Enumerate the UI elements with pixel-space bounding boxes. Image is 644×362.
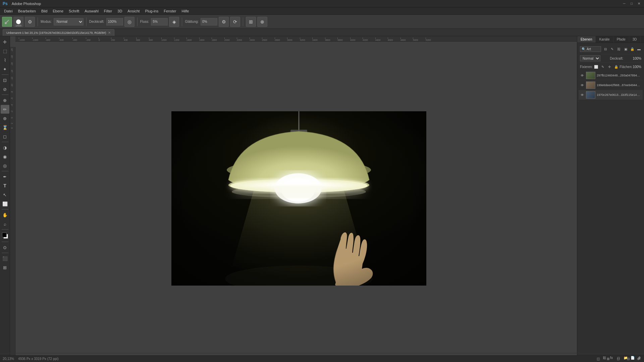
smoothing-input[interactable]: 0% [201,18,217,25]
symmetry-btn[interactable]: ⊞ [246,17,256,27]
layer-eye-2[interactable]: 👁 [580,83,585,87]
layers-search[interactable]: 🔍 Art [580,46,601,52]
panel-link-btn[interactable]: ⛓ [616,46,622,52]
hand-tool[interactable]: ✋ [1,210,9,219]
layer-mode-select[interactable]: Normal [580,55,600,61]
dodge-tool[interactable]: ◎ [1,161,9,170]
layer-item-3[interactable]: 👁 1970c267e0613...1b3f115e14179 [579,90,643,100]
layers-search-input[interactable]: Art [587,47,599,51]
new-group-btn[interactable]: 📁 [623,355,629,355]
gradient-tool[interactable]: ◑ [1,143,9,152]
panel-fill-btn[interactable]: ▬ [636,46,642,52]
flow-input[interactable]: 5% [151,18,168,25]
title-bar-left: Ps Adobe Photoshop [3,1,41,6]
link-layers-btn[interactable]: ⛓ [601,355,607,355]
left-sep-6 [2,229,8,230]
menu-item-ebene[interactable]: Ebene [50,7,66,15]
menu-item-plug-ins[interactable]: Plug-ins [142,7,161,15]
panel-mask-btn[interactable]: ▣ [623,46,629,52]
heal-tool[interactable]: ⊕ [1,96,9,105]
add-mask-btn[interactable]: ◻ [615,355,622,355]
mode-select[interactable]: Normal Multiplizieren Abdunkeln [54,18,84,25]
menu-item-bild[interactable]: Bild [39,7,50,15]
artboard-tool[interactable]: ⊞ [1,263,9,272]
ruler-mark: 1400 [186,39,192,41]
screen-mode-btn[interactable]: ⬛ [1,254,9,263]
angle-btn[interactable]: ⟳ [230,17,240,27]
svg-rect-12 [171,111,426,286]
menu-item-fenster[interactable]: Fenster [161,7,179,15]
menu-item-hilfe[interactable]: Hilfe [179,7,192,15]
menu-item-schrift[interactable]: Schrift [66,7,82,15]
tab-ebenen[interactable]: Ebenen [577,36,596,43]
settings-btn[interactable]: ⚙ [219,17,229,27]
history-tool[interactable]: ⌛ [1,123,9,132]
opacity-airbrush-btn[interactable]: ◎ [124,17,135,27]
left-sep-4 [2,171,8,171]
blur-tool[interactable]: ◉ [1,152,9,161]
doc-tab-close[interactable]: ✕ [108,31,111,35]
color-selector[interactable] [1,231,9,240]
close-button[interactable]: ✕ [637,1,641,6]
move-tool[interactable]: ✛ [1,38,9,46]
brush-options-button[interactable]: ⚙ [25,17,35,27]
minimize-button[interactable]: ─ [622,1,627,6]
lock-position-btn[interactable]: ✛ [606,64,612,70]
panel-edit-btn[interactable]: ✎ [609,46,615,52]
canvas-image[interactable] [171,111,426,286]
panel-lock-btn[interactable]: 🔒 [629,46,635,52]
fill-value[interactable]: 100% [633,65,641,69]
brush-tool[interactable]: ✏ [1,105,9,114]
quick-mask-tool[interactable]: ⊙ [1,243,9,252]
ruler-mark: 1200 [174,39,179,41]
layer-item-2[interactable]: 👁 199e6dee42f968...87ee94944802d [579,80,643,90]
panel-filter-btn[interactable]: ⊟ [602,46,608,52]
tab-3d[interactable]: 3D [629,36,641,43]
new-layer-btn[interactable]: 📄 [630,355,636,355]
zoom-tool[interactable]: ⌕ [1,220,9,228]
path-selection-tool[interactable]: ↖ [1,190,9,199]
magic-wand-tool[interactable]: ✦ [1,65,9,73]
maximize-button[interactable]: □ [629,1,634,6]
selection-tool[interactable]: ⬚ [1,47,9,55]
tab-kanaele[interactable]: Kanäle [596,36,613,43]
menu-item-3d[interactable]: 3D [115,7,125,15]
extra-btn[interactable]: ⊗ [257,17,267,27]
pen-tool[interactable]: ✒ [1,172,9,181]
crop-tool[interactable]: ⊡ [1,76,9,84]
ruler-mark: 2000 [224,39,230,41]
ruler-mark: 4000 [350,39,356,41]
eraser-tool[interactable]: ◻ [1,132,9,141]
tab-pfade[interactable]: Pfade [613,36,629,43]
opacity-input[interactable]: 100% [106,18,123,25]
shape-tool[interactable]: ⬜ [1,199,9,208]
ruler-mark: 4200 [363,39,368,41]
layer-eye-1[interactable]: 👁 [580,73,585,78]
title-bar-controls: ─ □ ✕ [622,1,641,6]
brush-size-control[interactable]: 1405 [13,17,23,27]
layers-mode-row: Normal Deckraft: 100% [579,54,643,63]
text-tool[interactable]: T [1,181,9,190]
ruler-v-marks: 4 2 0 -2 -4 -6 -8 -10 -12 -14 -16 -18 -2… [10,47,15,129]
canvas-scroll[interactable] [15,42,577,355]
ruler-mark: 3000 [287,39,292,41]
menu-item-auswahl[interactable]: Auswahl [82,7,101,15]
opacity-value[interactable]: 100% [633,57,641,60]
menu-item-bearbeiten[interactable]: Bearbeiten [15,7,39,15]
clone-tool[interactable]: ⊛ [1,114,9,123]
document-tab[interactable]: Unbenannt-1 bei 20,1% (1970c267e0361312d… [3,29,114,36]
lasso-tool[interactable]: ⌇ [1,56,9,64]
layer-eye-3[interactable]: 👁 [580,93,585,97]
layer-item-1[interactable]: 👁 297fb12460448...293a047894a38 [579,71,643,80]
lock-transparent-btn[interactable]: ⬜ [593,64,599,70]
lock-all-btn[interactable]: 🔒 [613,64,619,70]
eyedropper-tool[interactable]: ⊘ [1,85,9,94]
menu-item-ansicht[interactable]: Ansicht [125,7,142,15]
brush-tool-button[interactable] [2,17,12,27]
add-style-btn[interactable]: fx [608,355,614,355]
menu-item-datei[interactable]: Datei [1,7,15,15]
flow-btn[interactable]: ◈ [169,17,179,27]
lock-image-btn[interactable]: ✎ [600,64,606,70]
delete-layer-btn[interactable]: 🗑 [637,355,643,355]
menu-item-filter[interactable]: Filter [101,7,115,15]
